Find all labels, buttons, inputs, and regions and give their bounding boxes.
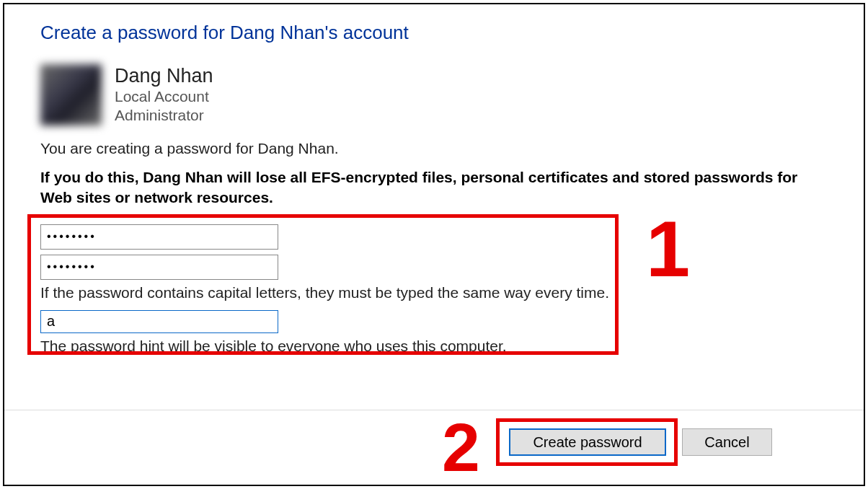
confirm-password-input[interactable]: [40, 255, 278, 280]
dialog-footer: 2 Create password Cancel: [4, 407, 864, 485]
annotation-number-2: 2: [442, 408, 480, 487]
cancel-button[interactable]: Cancel: [682, 428, 772, 456]
user-info-row: Dang Nhan Local Account Administrator: [40, 64, 828, 125]
create-password-button[interactable]: Create password: [509, 428, 666, 456]
password-fields: If the password contains capital letters…: [40, 224, 828, 355]
dialog-frame: Create a password for Dang Nhan's accoun…: [3, 3, 865, 486]
page-title: Create a password for Dang Nhan's accoun…: [40, 22, 828, 44]
avatar: [40, 64, 102, 125]
new-password-input[interactable]: [40, 224, 278, 250]
hint-caption: The password hint will be visible to eve…: [40, 338, 828, 355]
user-role: Administrator: [115, 106, 213, 125]
dialog-content: Create a password for Dang Nhan's accoun…: [4, 4, 864, 355]
caps-caption: If the password contains capital letters…: [40, 284, 828, 301]
info-line: You are creating a password for Dang Nha…: [40, 140, 828, 157]
user-name: Dang Nhan: [115, 65, 213, 87]
user-account-type: Local Account: [115, 87, 213, 106]
warning-text: If you do this, Dang Nhan will lose all …: [40, 167, 828, 208]
password-hint-input[interactable]: [40, 310, 278, 333]
user-meta: Dang Nhan Local Account Administrator: [115, 65, 213, 125]
